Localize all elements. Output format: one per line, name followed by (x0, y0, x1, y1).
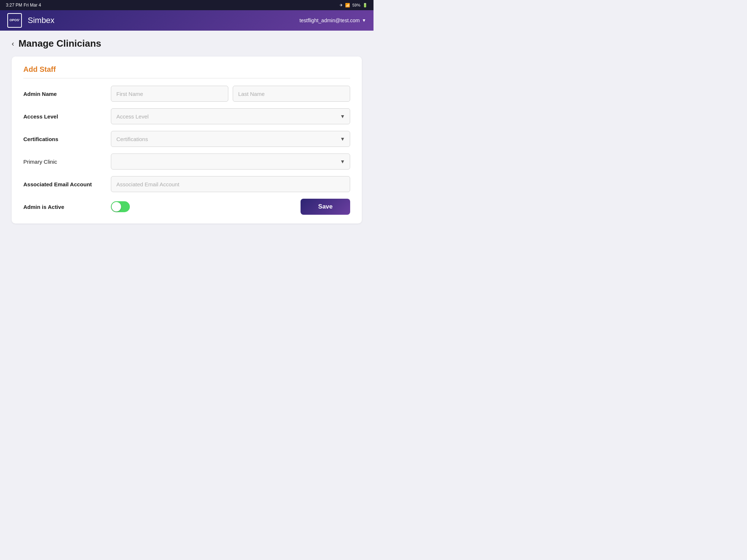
card-heading: Add Staff (23, 65, 350, 74)
primary-clinic-select-wrapper: ▼ (111, 153, 350, 170)
primary-clinic-fields: ▼ (111, 153, 350, 170)
wifi-icon: 📶 (345, 3, 350, 8)
app-logo: OPOS' (7, 13, 22, 28)
certifications-row: Certifications Certifications ▼ (23, 131, 350, 147)
airplane-icon: ✈ (340, 3, 343, 8)
primary-clinic-row: Primary Clinic ▼ (23, 153, 350, 170)
page-header: ‹ Manage Clinicians (12, 38, 362, 49)
last-name-input[interactable] (233, 86, 350, 102)
associated-email-row: Associated Email Account (23, 176, 350, 192)
first-name-input[interactable] (111, 86, 228, 102)
access-level-select[interactable]: Access Level (111, 108, 350, 124)
page-content: ‹ Manage Clinicians Add Staff Admin Name… (0, 31, 374, 231)
time-display: 3:27 PM (6, 3, 22, 8)
status-bar-right: ✈ 📶 59% 🔋 (340, 3, 368, 8)
admin-name-fields (111, 86, 350, 102)
user-menu-arrow: ▼ (362, 18, 366, 23)
associated-email-fields (111, 176, 350, 192)
certifications-select[interactable]: Certifications (111, 131, 350, 147)
battery-display: 59% (352, 3, 360, 7)
access-level-select-wrapper: Access Level ▼ (111, 108, 350, 124)
toggle-knob (112, 202, 121, 211)
access-level-fields: Access Level ▼ (111, 108, 350, 124)
status-bar-left: 3:27 PM Fri Mar 4 (6, 3, 41, 8)
app-name: Simbex (28, 16, 54, 25)
page-title: Manage Clinicians (19, 38, 101, 49)
app-header: OPOS' Simbex testflight_admin@test.com ▼ (0, 10, 374, 31)
add-staff-card: Add Staff Admin Name Access Level Access… (12, 57, 362, 223)
toggle-wrapper (111, 201, 130, 212)
access-level-label: Access Level (23, 113, 104, 120)
access-level-row: Access Level Access Level ▼ (23, 108, 350, 124)
user-email: testflight_admin@test.com (299, 18, 360, 23)
certifications-label: Certifications (23, 136, 104, 142)
certifications-select-wrapper: Certifications ▼ (111, 131, 350, 147)
header-left: OPOS' Simbex (7, 13, 54, 28)
admin-active-toggle[interactable] (111, 201, 130, 212)
back-button[interactable]: ‹ (12, 39, 14, 48)
primary-clinic-label: Primary Clinic (23, 159, 104, 165)
primary-clinic-select[interactable] (111, 153, 350, 170)
card-divider (23, 78, 350, 78)
associated-email-label: Associated Email Account (23, 181, 104, 187)
admin-name-row: Admin Name (23, 86, 350, 102)
associated-email-input[interactable] (111, 176, 350, 192)
status-bar: 3:27 PM Fri Mar 4 ✈ 📶 59% 🔋 (0, 0, 374, 10)
form-bottom-row: Admin is Active Save (23, 199, 350, 215)
admin-active-label: Admin is Active (23, 204, 104, 210)
user-menu[interactable]: testflight_admin@test.com ▼ (299, 18, 366, 23)
admin-name-label: Admin Name (23, 91, 104, 97)
admin-active-section: Admin is Active (23, 201, 130, 212)
battery-icon: 🔋 (363, 3, 368, 8)
date-display: Fri Mar 4 (24, 3, 41, 8)
save-button[interactable]: Save (301, 199, 350, 215)
certifications-fields: Certifications ▼ (111, 131, 350, 147)
